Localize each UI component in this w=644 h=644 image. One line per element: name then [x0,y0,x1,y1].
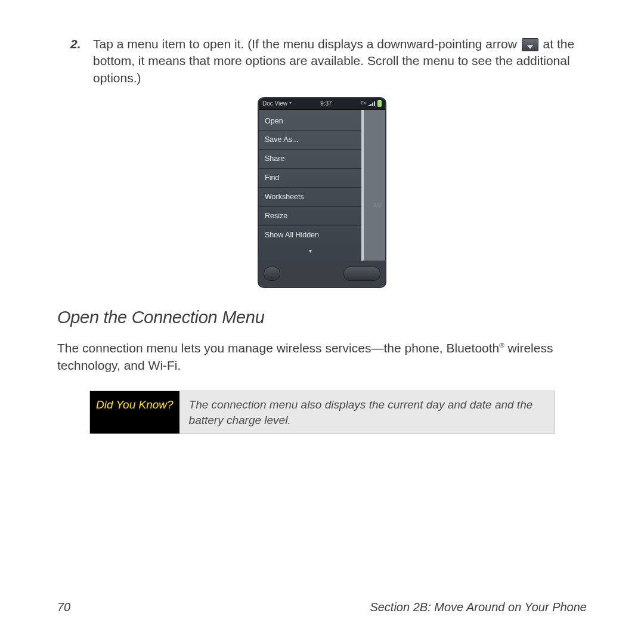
page-footer: 70 Section 2B: Move Around on Your Phone [57,599,587,615]
battery-icon [377,100,382,107]
menu-item-open[interactable]: Open [259,112,361,131]
section-paragraph: The connection menu lets you manage wire… [57,340,587,374]
chevron-down-icon: ▾ [289,100,292,107]
phone-frame: Doc View ▾ 9:37 Ev Open Save As... Share… [258,97,386,288]
para-a: The connection menu lets you manage wire… [57,341,499,355]
statusbar-time: 9:37 [320,100,332,108]
statusbar-network: Ev [361,100,367,107]
phone-statusbar: Doc View ▾ 9:37 Ev [259,98,385,110]
back-button[interactable] [264,267,280,281]
phone-screenshot: Doc View ▾ 9:37 Ev Open Save As... Share… [57,97,587,288]
menu-item-find[interactable]: Find [259,169,361,188]
phone-background: AM [364,110,385,261]
instruction-step: 2. Tap a menu item to open it. (If the m… [57,36,587,86]
app-menu: Open Save As... Share Find Worksheets Re… [259,110,364,261]
phone-bottom-bar [259,261,385,287]
page-number: 70 [57,599,70,615]
menu-item-show-all-hidden[interactable]: Show All Hidden [259,226,361,244]
registered-mark: ® [499,342,504,349]
menu-item-resize[interactable]: Resize [259,207,361,226]
menu-item-save-as[interactable]: Save As... [259,131,361,150]
signal-icon [369,101,376,106]
menu-more-indicator[interactable]: ▾ [259,244,361,259]
step-text-a: Tap a menu item to open it. (If the menu… [93,37,521,51]
callout-label: Did You Know? [90,391,179,434]
menu-item-share[interactable]: Share [259,150,361,169]
section-heading: Open the Connection Menu [57,306,587,329]
did-you-know-callout: Did You Know? The connection menu also d… [89,391,555,434]
background-text: AM [373,202,382,210]
step-number: 2. [70,36,81,52]
callout-body: The connection menu also displays the cu… [179,391,554,434]
down-arrow-icon [522,38,538,51]
statusbar-app-name: Doc View [262,100,287,108]
section-label: Section 2B: Move Around on Your Phone [370,599,587,615]
menu-item-worksheets[interactable]: Worksheets [259,188,361,207]
forward-button[interactable] [343,267,380,281]
phone-body: Open Save As... Share Find Worksheets Re… [259,110,385,261]
